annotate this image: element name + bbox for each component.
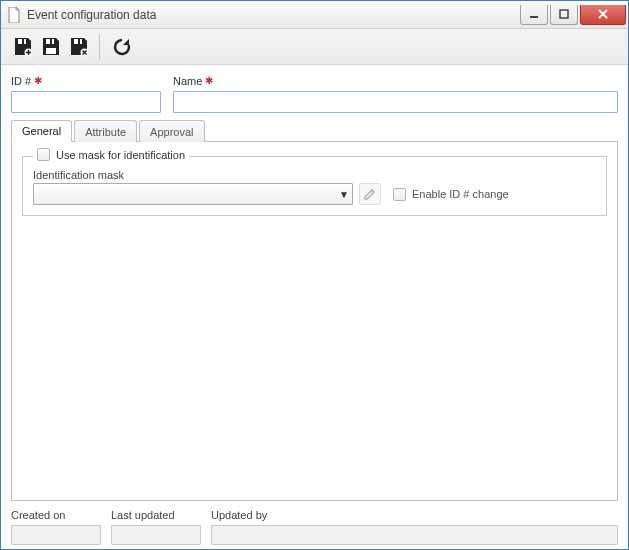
tab-attribute[interactable]: Attribute	[74, 120, 137, 142]
refresh-button[interactable]	[108, 33, 136, 61]
footer: Created on Last updated Updated by	[1, 507, 628, 550]
svg-rect-6	[50, 39, 52, 44]
window-controls	[520, 5, 626, 25]
tab-bar: General Attribute Approval	[11, 120, 618, 142]
save-add-button[interactable]	[9, 33, 37, 61]
updated-by-label: Updated by	[211, 509, 618, 523]
enable-id-change-label: Enable ID # change	[412, 188, 509, 200]
svg-rect-1	[560, 10, 568, 18]
tab-approval[interactable]: Approval	[139, 120, 204, 142]
mask-label: Identification mask	[33, 169, 596, 181]
svg-rect-9	[78, 39, 80, 44]
use-mask-checkbox[interactable]	[37, 148, 50, 161]
save-button[interactable]	[37, 33, 65, 61]
tab-general[interactable]: General	[11, 120, 72, 142]
close-button[interactable]	[580, 5, 626, 25]
required-icon: ✱	[34, 76, 42, 86]
updated-by-value	[211, 525, 618, 545]
minimize-button[interactable]	[520, 5, 548, 25]
enable-id-change-checkbox[interactable]	[393, 188, 406, 201]
window-title: Event configuration data	[27, 8, 520, 22]
maximize-button[interactable]	[550, 5, 578, 25]
identification-mask-select[interactable]	[33, 183, 353, 205]
save-close-button[interactable]	[65, 33, 93, 61]
title-bar: Event configuration data	[1, 1, 628, 29]
mask-group: Use mask for identification Identificati…	[22, 156, 607, 216]
created-on-value	[11, 525, 101, 545]
svg-rect-3	[22, 39, 24, 44]
last-updated-value	[111, 525, 201, 545]
id-input[interactable]	[11, 91, 161, 113]
created-on-label: Created on	[11, 509, 101, 523]
form-body: ID # ✱ Name ✱ General Attribute Approval…	[1, 65, 628, 507]
toolbar-separator	[99, 34, 100, 60]
name-label: Name ✱	[173, 73, 618, 89]
required-icon: ✱	[205, 76, 213, 86]
last-updated-label: Last updated	[111, 509, 201, 523]
svg-rect-0	[530, 16, 538, 18]
toolbar	[1, 29, 628, 65]
svg-rect-7	[46, 48, 56, 54]
name-input[interactable]	[173, 91, 618, 113]
document-icon	[7, 7, 21, 23]
use-mask-label: Use mask for identification	[56, 149, 185, 161]
id-label: ID # ✱	[11, 73, 161, 89]
tab-panel-general: Use mask for identification Identificati…	[11, 141, 618, 501]
edit-mask-button[interactable]	[359, 183, 381, 205]
